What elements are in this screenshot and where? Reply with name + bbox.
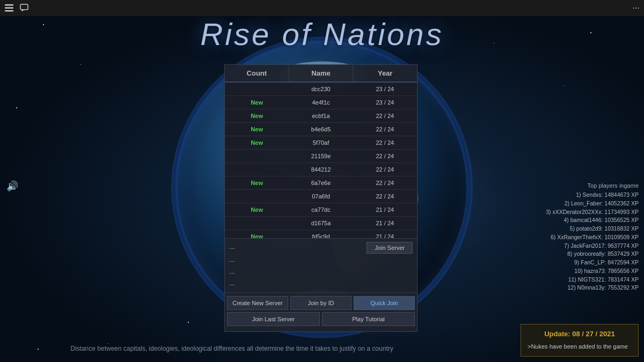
cell-count	[225, 220, 289, 226]
cell-year: 22 / 24	[353, 163, 417, 176]
table-row[interactable]: 07a6fd22 / 24	[225, 190, 417, 203]
top-players-panel: Top players ingame 1) Sendxs: 14844673 X…	[521, 182, 639, 292]
cell-count: New	[225, 96, 289, 109]
cell-name: ca77dc	[289, 203, 353, 216]
update-text: >Nukes have been added to the game	[528, 342, 632, 351]
cell-count	[225, 86, 289, 92]
cell-name: 844212	[289, 163, 353, 176]
join-server-button[interactable]: Join Server	[367, 242, 413, 254]
player-entry: 3) xXXDerator202XXx: 11734993 XP	[521, 208, 639, 217]
panel-row-3: ---	[225, 267, 417, 278]
cell-year: 22 / 24	[353, 136, 417, 149]
player-entry: 6) XxRangerThiefxX: 10109509 XP	[521, 233, 639, 242]
cell-count: New	[225, 203, 289, 216]
cell-count: New	[225, 176, 289, 189]
btn-row-2: Join Last Server Play Tutorial	[227, 312, 415, 326]
cell-name: dcc230	[289, 83, 353, 95]
player-entry: 7) JackFan2017: 9637774 XP	[521, 242, 639, 250]
server-list-panel: Count Name Year dcc23023 / 24New4e4f1c23…	[224, 64, 418, 332]
players-list: 1) Sendxs: 14844673 XP2) Leon_Faber: 140…	[521, 191, 639, 292]
panel-row-text-3: ---	[229, 269, 235, 276]
cell-year: 22 / 24	[353, 150, 417, 162]
player-entry: 8) yobrooreally: 8537429 XP	[521, 250, 639, 258]
cell-count	[225, 153, 289, 159]
player-entry: 4) bamcat1446: 10356525 XP	[521, 216, 639, 225]
join-last-server-button[interactable]: Join Last Server	[227, 312, 320, 326]
cell-year: 23 / 24	[353, 96, 417, 109]
cell-name: 07a6fd	[289, 190, 353, 203]
panel-row-2: ---	[225, 255, 417, 267]
top-bar-icons	[4, 3, 29, 13]
cell-name: 21159e	[289, 150, 353, 162]
cell-year: 21 / 24	[353, 230, 417, 238]
btn-row-1: Create New Server Join by ID Quick Join	[227, 296, 415, 310]
more-button[interactable]: ···	[633, 3, 640, 13]
panel-bottom: --- Join Server --- --- ---	[225, 238, 417, 292]
cell-year: 21 / 24	[353, 217, 417, 230]
cell-count	[225, 193, 289, 200]
table-row[interactable]: New5f70af22 / 24	[225, 136, 417, 150]
player-entry: 2) Leon_Faber: 14052362 XP	[521, 200, 639, 208]
player-entry: 10) hazra73: 7865656 XP	[521, 267, 639, 276]
cell-year: 23 / 24	[353, 83, 417, 95]
cell-count	[225, 166, 289, 173]
cell-year: 21 / 24	[353, 203, 417, 216]
svg-rect-21	[20, 4, 28, 10]
player-entry: 12) N0mna13y: 7553292 XP	[521, 284, 639, 292]
cell-name: ecbf1a	[289, 109, 353, 122]
table-row[interactable]: New6a7e6e22 / 24	[225, 176, 417, 190]
svg-rect-18	[5, 4, 13, 6]
cell-count: New	[225, 230, 289, 238]
col-name: Name	[289, 65, 354, 82]
game-title: Rise of Nations	[0, 16, 644, 52]
svg-rect-19	[5, 8, 13, 9]
table-row[interactable]: Newca77dc21 / 24	[225, 203, 417, 217]
sound-icon[interactable]: 🔊	[6, 180, 18, 192]
panel-row-text-1: ---	[229, 245, 235, 251]
table-row[interactable]: Newecbf1a22 / 24	[225, 109, 417, 123]
star	[564, 86, 564, 86]
action-buttons-area: Create New Server Join by ID Quick Join …	[225, 292, 417, 331]
col-count: Count	[225, 65, 289, 82]
table-row[interactable]: dcc23023 / 24	[225, 83, 417, 96]
cell-name: b4e6d5	[289, 123, 353, 136]
footer-text: Distance between capitals, ideologies, i…	[0, 345, 464, 352]
cell-name: d1675a	[289, 217, 353, 230]
chat-icon[interactable]	[19, 3, 29, 13]
panel-row-text-2: ---	[229, 257, 235, 264]
player-entry: 5) potato2d9: 10316832 XP	[521, 225, 639, 233]
cell-year: 22 / 24	[353, 123, 417, 136]
update-title: Update: 08 / 27 / 2021	[528, 330, 632, 338]
col-year: Year	[353, 65, 417, 82]
table-row[interactable]: Newb4e6d522 / 24	[225, 123, 417, 136]
cell-name: 4e4f1c	[289, 96, 353, 109]
top-bar: ···	[0, 0, 644, 16]
star	[80, 64, 81, 65]
panel-row-1: --- Join Server	[225, 241, 417, 255]
cell-year: 22 / 24	[353, 109, 417, 122]
table-row[interactable]: d1675a21 / 24	[225, 217, 417, 230]
table-row[interactable]: New4e4f1c23 / 24	[225, 96, 417, 109]
player-entry: 9) FanC_LP: 8472594 XP	[521, 258, 639, 267]
star	[107, 343, 108, 344]
cell-name: fd5c9d	[289, 230, 353, 238]
svg-rect-20	[5, 10, 13, 12]
panel-row-text-4: ---	[229, 281, 235, 287]
cell-name: 5f70af	[289, 136, 353, 149]
cell-name: 6a7e6e	[289, 176, 353, 189]
table-row[interactable]: 21159e22 / 24	[225, 150, 417, 163]
table-header: Count Name Year	[225, 65, 417, 83]
cell-count: New	[225, 123, 289, 136]
menu-icon[interactable]	[4, 3, 14, 13]
play-tutorial-button[interactable]: Play Tutorial	[322, 312, 415, 326]
table-row[interactable]: 84421222 / 24	[225, 163, 417, 176]
cell-count: New	[225, 136, 289, 149]
player-entry: 1) Sendxs: 14844673 XP	[521, 191, 639, 200]
table-row[interactable]: Newfd5c9d21 / 24	[225, 230, 417, 238]
star	[16, 107, 17, 108]
quick-join-button[interactable]: Quick Join	[354, 296, 415, 310]
cell-year: 22 / 24	[353, 176, 417, 189]
create-new-server-button[interactable]: Create New Server	[227, 296, 288, 310]
join-by-id-button[interactable]: Join by ID	[290, 296, 352, 310]
panel-row-4: ---	[225, 278, 417, 290]
